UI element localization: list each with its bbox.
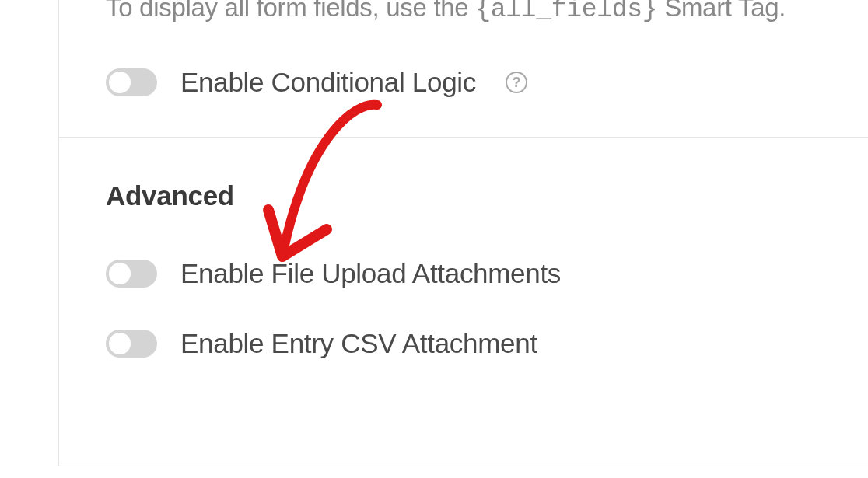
- label-file-upload: Enable File Upload Attachments: [180, 258, 561, 289]
- hint-prefix: To display all form fields, use the: [106, 0, 475, 22]
- hint-suffix: Smart Tag.: [657, 0, 786, 22]
- label-conditional-logic: Enable Conditional Logic: [180, 67, 476, 98]
- toggle-conditional-logic[interactable]: [106, 68, 157, 96]
- option-csv-attachment: Enable Entry CSV Attachment: [106, 328, 821, 359]
- section-title-advanced: Advanced: [106, 180, 821, 211]
- option-conditional-logic: Enable Conditional Logic ?: [106, 67, 821, 98]
- label-csv-attachment: Enable Entry CSV Attachment: [180, 328, 537, 359]
- toggle-knob: [109, 72, 131, 93]
- toggle-knob: [109, 333, 131, 354]
- toggle-file-upload[interactable]: [106, 260, 157, 288]
- toggle-knob: [109, 263, 131, 284]
- hint-code: {all_fields}: [475, 0, 657, 24]
- option-file-upload: Enable File Upload Attachments: [106, 258, 821, 289]
- settings-panel: To display all form fields, use the {all…: [58, 0, 868, 466]
- smart-tag-hint: To display all form fields, use the {all…: [106, 0, 821, 24]
- section-divider: [59, 137, 868, 138]
- toggle-csv-attachment[interactable]: [106, 330, 157, 358]
- help-icon[interactable]: ?: [506, 72, 527, 93]
